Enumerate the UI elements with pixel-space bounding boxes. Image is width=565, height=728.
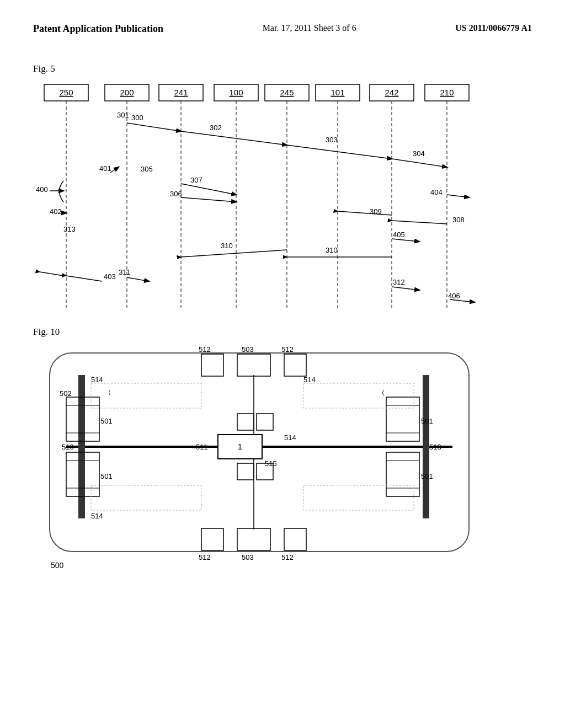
label-307: 307 <box>190 176 202 184</box>
label-404: 404 <box>430 188 443 196</box>
arrow-307 <box>181 184 236 195</box>
box-512-top-right <box>284 354 306 376</box>
arrow-404 <box>447 195 469 197</box>
arrow-312 <box>392 287 419 290</box>
label-511-1: 1 <box>238 442 242 451</box>
header-left: Patent Application Publication <box>33 22 163 36</box>
bar-513-right <box>423 375 429 518</box>
label-503-t: 503 <box>242 345 254 354</box>
header-right: US 2011/0066779 A1 <box>455 22 532 34</box>
label-512-bl: 512 <box>199 553 211 561</box>
fig5-label: Fig. 5 <box>33 63 565 74</box>
col-200: 200 <box>120 88 134 97</box>
fig5-container: Fig. 5 250 200 241 100 245 101 242 210 <box>33 63 565 315</box>
arrow-406 <box>450 299 475 302</box>
label-512-br: 512 <box>281 553 294 561</box>
box-514-center-lower <box>237 463 254 480</box>
col-210: 210 <box>440 88 454 97</box>
hatch-514-bot-left <box>91 485 201 510</box>
label-514a: 514 <box>91 376 103 384</box>
brace-514-top <box>109 390 111 395</box>
label-303: 303 <box>326 136 338 144</box>
label-503-b: 503 <box>242 553 254 561</box>
label-514c: 514 <box>284 433 296 442</box>
hatch-514-top-left <box>91 383 201 408</box>
label-401: 401 <box>99 164 111 173</box>
label-313: 313 <box>63 225 76 233</box>
arrow-308 <box>392 221 447 224</box>
box-501-right-upper <box>386 397 419 441</box>
label-402: 402 <box>50 207 62 216</box>
box-512-bot-left <box>201 528 223 550</box>
label-512-tr: 512 <box>281 345 294 354</box>
label-300: 300 <box>131 114 143 122</box>
arrow-513-indicator: ⌐ <box>65 443 70 451</box>
label-501d: 501 <box>421 472 433 480</box>
publication-title: Patent Application Publication <box>33 23 163 34</box>
brace-right-top <box>383 390 385 395</box>
arrow-310l <box>181 250 287 257</box>
col-242: 242 <box>385 88 398 97</box>
label-400: 400 <box>36 185 48 194</box>
col-245: 245 <box>280 88 294 97</box>
label-514b: 514 <box>91 512 103 520</box>
arrow-401 <box>110 167 119 173</box>
label-305: 305 <box>141 165 153 173</box>
label-513b: 513 <box>429 443 441 451</box>
col-241: 241 <box>174 88 188 97</box>
label-306: 306 <box>170 190 182 198</box>
arrow-304 <box>392 159 447 167</box>
box-501-right-lower <box>386 452 419 496</box>
bar-513-left <box>78 375 85 518</box>
arrow-311 <box>127 277 149 281</box>
arrow-303 <box>287 145 392 159</box>
arrow-302 <box>181 131 287 145</box>
label-511: 511 <box>196 443 208 451</box>
hatch-514-top-right <box>303 383 414 408</box>
fig10-label: Fig. 10 <box>33 326 565 338</box>
label-512-tl: 512 <box>199 345 211 354</box>
fig5-svg: 250 200 241 100 245 101 242 210 <box>33 82 519 313</box>
publication-date-sheet: Mar. 17, 2011 Sheet 3 of 6 <box>263 23 356 33</box>
col-250: 250 <box>59 88 73 97</box>
box-512-top-left <box>201 354 223 376</box>
box-512-bot-right <box>284 528 306 550</box>
box-514-center-upper2 <box>257 414 273 430</box>
label-406: 406 <box>448 292 460 300</box>
label-405: 405 <box>393 231 405 239</box>
page-header: Patent Application Publication Mar. 17, … <box>0 0 565 47</box>
hatch-514-bot-right <box>303 485 414 510</box>
arrow-405 <box>392 239 419 242</box>
label-308: 308 <box>452 216 465 224</box>
arrow-403 <box>66 276 102 281</box>
brace-400 <box>60 181 64 202</box>
fig10-svg: 1 500 502 501 501 501 501 513 513 <box>33 342 486 574</box>
box-514-center-upper <box>237 414 254 430</box>
arrow-250-left <box>40 272 63 276</box>
label-500: 500 <box>51 561 64 570</box>
arrow-306 <box>181 197 236 202</box>
label-501c: 501 <box>421 417 433 425</box>
header-center: Mar. 17, 2011 Sheet 3 of 6 <box>263 22 356 34</box>
fig10-container: Fig. 10 1 <box>33 326 565 576</box>
col-100: 100 <box>229 88 243 97</box>
arrow-300 <box>127 123 181 131</box>
box-503-top <box>237 354 270 376</box>
arrow-309-l <box>338 211 392 215</box>
label-403: 403 <box>104 272 116 281</box>
label-310l: 310 <box>221 242 233 250</box>
label-304: 304 <box>413 149 425 158</box>
box-503-bot <box>237 528 270 550</box>
col-101: 101 <box>331 88 344 97</box>
label-501b: 501 <box>100 472 113 480</box>
label-301: 301 <box>117 111 129 119</box>
label-502: 502 <box>60 389 72 398</box>
label-514d: 514 <box>303 376 316 384</box>
label-312: 312 <box>393 278 405 286</box>
label-310r: 310 <box>326 246 338 254</box>
label-302: 302 <box>210 124 222 132</box>
label-501a: 501 <box>100 417 113 425</box>
label-515: 515 <box>265 459 277 468</box>
publication-number: US 2011/0066779 A1 <box>455 23 532 33</box>
label-311: 311 <box>119 268 131 276</box>
